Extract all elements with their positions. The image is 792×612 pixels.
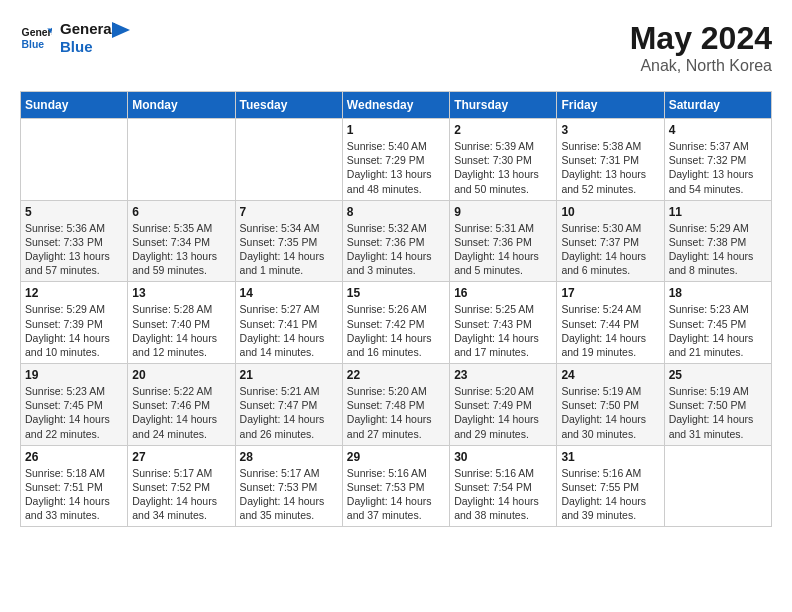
- day-cell-26: 26Sunrise: 5:18 AMSunset: 7:51 PMDayligh…: [21, 445, 128, 527]
- logo-flag-icon: [112, 22, 134, 44]
- empty-cell: [128, 119, 235, 201]
- logo-blue: Blue: [60, 38, 116, 56]
- title-block: May 2024 Anak, North Korea: [630, 20, 772, 75]
- day-cell-31: 31Sunrise: 5:16 AMSunset: 7:55 PMDayligh…: [557, 445, 664, 527]
- day-info: Sunrise: 5:31 AMSunset: 7:36 PMDaylight:…: [454, 221, 552, 278]
- day-info: Sunrise: 5:26 AMSunset: 7:42 PMDaylight:…: [347, 302, 445, 359]
- day-cell-17: 17Sunrise: 5:24 AMSunset: 7:44 PMDayligh…: [557, 282, 664, 364]
- day-info: Sunrise: 5:16 AMSunset: 7:54 PMDaylight:…: [454, 466, 552, 523]
- page-header: General Blue General Blue May 2024 Anak,…: [20, 20, 772, 75]
- day-info: Sunrise: 5:21 AMSunset: 7:47 PMDaylight:…: [240, 384, 338, 441]
- svg-marker-4: [112, 22, 130, 38]
- day-number: 27: [132, 450, 230, 464]
- day-cell-2: 2Sunrise: 5:39 AMSunset: 7:30 PMDaylight…: [450, 119, 557, 201]
- day-cell-3: 3Sunrise: 5:38 AMSunset: 7:31 PMDaylight…: [557, 119, 664, 201]
- day-info: Sunrise: 5:17 AMSunset: 7:52 PMDaylight:…: [132, 466, 230, 523]
- day-info: Sunrise: 5:34 AMSunset: 7:35 PMDaylight:…: [240, 221, 338, 278]
- logo-general: General: [60, 20, 116, 38]
- day-number: 21: [240, 368, 338, 382]
- day-info: Sunrise: 5:17 AMSunset: 7:53 PMDaylight:…: [240, 466, 338, 523]
- day-info: Sunrise: 5:39 AMSunset: 7:30 PMDaylight:…: [454, 139, 552, 196]
- day-info: Sunrise: 5:29 AMSunset: 7:39 PMDaylight:…: [25, 302, 123, 359]
- day-info: Sunrise: 5:22 AMSunset: 7:46 PMDaylight:…: [132, 384, 230, 441]
- day-number: 13: [132, 286, 230, 300]
- week-row-1: 5Sunrise: 5:36 AMSunset: 7:33 PMDaylight…: [21, 200, 772, 282]
- day-number: 30: [454, 450, 552, 464]
- day-cell-25: 25Sunrise: 5:19 AMSunset: 7:50 PMDayligh…: [664, 364, 771, 446]
- day-cell-6: 6Sunrise: 5:35 AMSunset: 7:34 PMDaylight…: [128, 200, 235, 282]
- day-cell-28: 28Sunrise: 5:17 AMSunset: 7:53 PMDayligh…: [235, 445, 342, 527]
- day-number: 24: [561, 368, 659, 382]
- day-number: 8: [347, 205, 445, 219]
- day-info: Sunrise: 5:18 AMSunset: 7:51 PMDaylight:…: [25, 466, 123, 523]
- day-number: 2: [454, 123, 552, 137]
- day-number: 29: [347, 450, 445, 464]
- day-info: Sunrise: 5:27 AMSunset: 7:41 PMDaylight:…: [240, 302, 338, 359]
- day-info: Sunrise: 5:29 AMSunset: 7:38 PMDaylight:…: [669, 221, 767, 278]
- day-info: Sunrise: 5:16 AMSunset: 7:53 PMDaylight:…: [347, 466, 445, 523]
- day-cell-14: 14Sunrise: 5:27 AMSunset: 7:41 PMDayligh…: [235, 282, 342, 364]
- day-info: Sunrise: 5:38 AMSunset: 7:31 PMDaylight:…: [561, 139, 659, 196]
- header-monday: Monday: [128, 92, 235, 119]
- day-info: Sunrise: 5:32 AMSunset: 7:36 PMDaylight:…: [347, 221, 445, 278]
- day-number: 1: [347, 123, 445, 137]
- day-number: 5: [25, 205, 123, 219]
- day-info: Sunrise: 5:20 AMSunset: 7:48 PMDaylight:…: [347, 384, 445, 441]
- day-number: 10: [561, 205, 659, 219]
- logo: General Blue General Blue: [20, 20, 134, 56]
- day-cell-12: 12Sunrise: 5:29 AMSunset: 7:39 PMDayligh…: [21, 282, 128, 364]
- day-info: Sunrise: 5:25 AMSunset: 7:43 PMDaylight:…: [454, 302, 552, 359]
- day-cell-18: 18Sunrise: 5:23 AMSunset: 7:45 PMDayligh…: [664, 282, 771, 364]
- header-row: SundayMondayTuesdayWednesdayThursdayFrid…: [21, 92, 772, 119]
- day-cell-4: 4Sunrise: 5:37 AMSunset: 7:32 PMDaylight…: [664, 119, 771, 201]
- day-number: 14: [240, 286, 338, 300]
- day-number: 15: [347, 286, 445, 300]
- logo-icon: General Blue: [20, 22, 52, 54]
- day-cell-30: 30Sunrise: 5:16 AMSunset: 7:54 PMDayligh…: [450, 445, 557, 527]
- day-cell-16: 16Sunrise: 5:25 AMSunset: 7:43 PMDayligh…: [450, 282, 557, 364]
- week-row-3: 19Sunrise: 5:23 AMSunset: 7:45 PMDayligh…: [21, 364, 772, 446]
- day-number: 31: [561, 450, 659, 464]
- day-cell-22: 22Sunrise: 5:20 AMSunset: 7:48 PMDayligh…: [342, 364, 449, 446]
- day-info: Sunrise: 5:19 AMSunset: 7:50 PMDaylight:…: [669, 384, 767, 441]
- day-number: 22: [347, 368, 445, 382]
- day-cell-13: 13Sunrise: 5:28 AMSunset: 7:40 PMDayligh…: [128, 282, 235, 364]
- svg-text:General: General: [22, 27, 52, 38]
- day-number: 20: [132, 368, 230, 382]
- day-number: 28: [240, 450, 338, 464]
- day-number: 12: [25, 286, 123, 300]
- header-sunday: Sunday: [21, 92, 128, 119]
- svg-text:Blue: Blue: [22, 39, 45, 50]
- day-info: Sunrise: 5:37 AMSunset: 7:32 PMDaylight:…: [669, 139, 767, 196]
- day-cell-10: 10Sunrise: 5:30 AMSunset: 7:37 PMDayligh…: [557, 200, 664, 282]
- empty-cell: [21, 119, 128, 201]
- day-info: Sunrise: 5:20 AMSunset: 7:49 PMDaylight:…: [454, 384, 552, 441]
- day-cell-15: 15Sunrise: 5:26 AMSunset: 7:42 PMDayligh…: [342, 282, 449, 364]
- header-saturday: Saturday: [664, 92, 771, 119]
- month-title: May 2024: [630, 20, 772, 57]
- day-number: 7: [240, 205, 338, 219]
- day-cell-21: 21Sunrise: 5:21 AMSunset: 7:47 PMDayligh…: [235, 364, 342, 446]
- day-number: 17: [561, 286, 659, 300]
- day-info: Sunrise: 5:19 AMSunset: 7:50 PMDaylight:…: [561, 384, 659, 441]
- day-cell-19: 19Sunrise: 5:23 AMSunset: 7:45 PMDayligh…: [21, 364, 128, 446]
- location: Anak, North Korea: [630, 57, 772, 75]
- header-wednesday: Wednesday: [342, 92, 449, 119]
- calendar-table: SundayMondayTuesdayWednesdayThursdayFrid…: [20, 91, 772, 527]
- day-cell-5: 5Sunrise: 5:36 AMSunset: 7:33 PMDaylight…: [21, 200, 128, 282]
- day-number: 9: [454, 205, 552, 219]
- day-info: Sunrise: 5:36 AMSunset: 7:33 PMDaylight:…: [25, 221, 123, 278]
- day-info: Sunrise: 5:23 AMSunset: 7:45 PMDaylight:…: [669, 302, 767, 359]
- week-row-2: 12Sunrise: 5:29 AMSunset: 7:39 PMDayligh…: [21, 282, 772, 364]
- day-number: 25: [669, 368, 767, 382]
- day-cell-24: 24Sunrise: 5:19 AMSunset: 7:50 PMDayligh…: [557, 364, 664, 446]
- empty-cell: [235, 119, 342, 201]
- day-cell-11: 11Sunrise: 5:29 AMSunset: 7:38 PMDayligh…: [664, 200, 771, 282]
- day-info: Sunrise: 5:24 AMSunset: 7:44 PMDaylight:…: [561, 302, 659, 359]
- day-info: Sunrise: 5:35 AMSunset: 7:34 PMDaylight:…: [132, 221, 230, 278]
- calendar-header: SundayMondayTuesdayWednesdayThursdayFrid…: [21, 92, 772, 119]
- day-info: Sunrise: 5:40 AMSunset: 7:29 PMDaylight:…: [347, 139, 445, 196]
- day-number: 6: [132, 205, 230, 219]
- header-tuesday: Tuesday: [235, 92, 342, 119]
- day-cell-23: 23Sunrise: 5:20 AMSunset: 7:49 PMDayligh…: [450, 364, 557, 446]
